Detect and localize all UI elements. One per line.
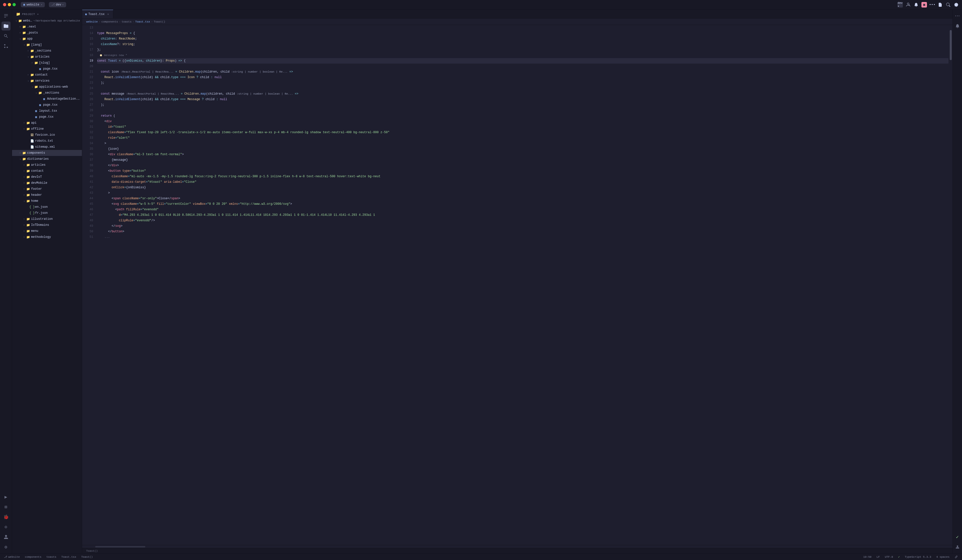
maximize-button[interactable] (13, 3, 16, 6)
breadcrumb-sep2: › (119, 20, 121, 23)
chevron-down-icon3 (22, 43, 26, 46)
activity-settings2-icon[interactable]: ⚙ (2, 542, 11, 552)
sidebar-item-illustration[interactable]: 📁 illustration (12, 216, 82, 222)
sidebar-item-deviot[interactable]: 📁 devIoT (12, 174, 82, 180)
sidebar-label-page-appweb: page.tsx (43, 103, 58, 107)
sidebar-item-home[interactable]: 📁 home (12, 198, 82, 204)
sidebar-item-lang[interactable]: 📁 [lang] (12, 42, 82, 48)
activity-run-icon[interactable]: ▶ (2, 492, 11, 501)
tab-toast-tsx[interactable]: ▣ Toast.tsx ✕ (82, 10, 113, 18)
code-content[interactable]: type MessageProps = { children: ReactNod… (95, 25, 952, 545)
sidebar-item-slug[interactable]: 📁 [slug] (12, 60, 82, 66)
line-num-48: 48 (82, 218, 93, 223)
sidebar-item-components[interactable]: 📁 components (12, 150, 82, 156)
status-indent[interactable]: 4 spaces (935, 555, 951, 559)
code-line-19: const Toast = ({onDismiss, children}: Pr… (97, 58, 949, 64)
sidebar-item-page-tsx-articles[interactable]: ▣ page.tsx (12, 66, 82, 72)
status-language[interactable]: TypeScript 5.3.3 (904, 555, 933, 559)
dev-icon-btn[interactable]: dev ▾ (897, 2, 903, 8)
activity-account-icon[interactable] (2, 533, 11, 541)
activity-remote-icon[interactable]: ⊙ (2, 523, 11, 531)
right-more-icon[interactable]: ••• (953, 11, 962, 21)
sidebar-item-services[interactable]: 📁 services (12, 78, 82, 84)
sidebar-item-page-appweb[interactable]: ▣ page.tsx (12, 102, 82, 108)
close-button[interactable] (3, 3, 6, 6)
titlebar-app[interactable]: ▣ website ▾ (21, 2, 45, 7)
sidebar-item-articles[interactable]: 📁 articles (12, 54, 82, 60)
activity-explorer-icon[interactable] (2, 11, 11, 21)
sidebar-item-page-lang[interactable]: ▣ page.tsx (12, 114, 82, 120)
tab-close-button[interactable]: ✕ (106, 12, 110, 16)
sidebar-item-contact[interactable]: 📁 contact (12, 72, 82, 78)
status-line-ending[interactable]: LF (876, 555, 881, 559)
status-toasts[interactable]: toasts (45, 555, 57, 559)
line-num-49: 49 (82, 223, 93, 229)
status-website[interactable]: ⎇ website (3, 555, 21, 559)
editor-scrollbar[interactable] (949, 25, 952, 545)
sidebar-item-articles-dict[interactable]: 📁 articles (12, 162, 82, 168)
sidebar-item-header[interactable]: 📁 header (12, 192, 82, 198)
status-components[interactable]: components (24, 555, 42, 559)
code-line-24 (97, 85, 949, 91)
sidebar-item-applications-web[interactable]: 📁 applications-web (12, 84, 82, 90)
sidebar-item-robots[interactable]: 📄 robots.txt (12, 138, 82, 144)
horizontal-scrollbar-thumb (95, 546, 145, 547)
sidebar-item-footer[interactable]: 📁 footer (12, 186, 82, 192)
right-check-icon[interactable]: ✓ (953, 533, 962, 541)
right-bell-icon[interactable] (953, 21, 962, 31)
sidebar-item-sections2[interactable]: 📁 _sections (12, 90, 82, 96)
search-icon[interactable] (946, 2, 951, 8)
sidebar-item-iotdomains[interactable]: 📁 IoTDomains (12, 222, 82, 228)
sidebar-item-fr-json[interactable]: { } fr.json (12, 210, 82, 216)
red-square-icon[interactable]: ▣ (922, 2, 927, 8)
sidebar-item-favicon[interactable]: 🖼 favicon.ico (12, 132, 82, 138)
titlebar-branch[interactable]: ⎇ dev ▾ (49, 2, 66, 7)
sidebar-item-posts[interactable]: 📁 _posts (12, 30, 82, 36)
activity-extensions-icon[interactable]: ⊞ (2, 502, 11, 512)
status-validate-icon[interactable]: ✓ (897, 555, 901, 559)
status-encoding[interactable]: UTF-8 (884, 555, 894, 559)
horizontal-scrollbar[interactable] (82, 545, 952, 548)
code-line-39: <button type="button" (97, 168, 949, 174)
status-link-icon[interactable] (954, 555, 959, 559)
sidebar-item-app[interactable]: 📁 app (12, 36, 82, 42)
sidebar-item-contact-dict[interactable]: 📁 contact (12, 168, 82, 174)
activity-git-icon[interactable] (2, 42, 11, 51)
sidebar-item-sitemap[interactable]: 📄 sitemap.xml (12, 144, 82, 150)
extensions-icon[interactable] (938, 2, 943, 8)
status-file[interactable]: Toast.tsx (60, 555, 77, 559)
right-person-icon[interactable] (953, 542, 962, 552)
sidebar-item-methodology[interactable]: 📁 methodology (12, 234, 82, 240)
sidebar-item-devmobile[interactable]: 📁 devMobile (12, 180, 82, 186)
more-icon[interactable]: ••• (930, 2, 935, 8)
status-function[interactable]: Toast() (80, 555, 94, 559)
minimize-button[interactable] (8, 3, 11, 6)
folder-header-icon: 📁 (26, 193, 30, 197)
sidebar-item-next[interactable]: 📁 .next (12, 24, 82, 30)
settings-icon[interactable] (954, 2, 959, 8)
sidebar-item-offline[interactable]: 📁 offline (12, 126, 82, 132)
bell-icon[interactable] (914, 2, 919, 8)
status-line-ending-label: LF (876, 555, 880, 558)
sidebar-label-api: api (31, 121, 37, 125)
sidebar-item-en-json[interactable]: { } en.json (12, 204, 82, 210)
sidebar-item-layout[interactable]: ▣ layout.tsx (12, 108, 82, 114)
sidebar-item-api[interactable]: 📁 api (12, 120, 82, 126)
person-plus-icon[interactable] (906, 2, 911, 8)
sidebar-item-sections1[interactable]: 📁 _sections (12, 48, 82, 54)
chevron-right-icon17 (22, 230, 26, 233)
sidebar-item-website[interactable]: 📁 website ~/Workspace/Web App Art/websit… (12, 18, 82, 24)
activity-files-icon[interactable] (2, 21, 11, 31)
activity-search-icon[interactable] (2, 32, 11, 40)
line-num-38: 38 (82, 163, 93, 168)
status-position[interactable]: 19:50 (862, 555, 873, 559)
sidebar-item-menu[interactable]: 📁 menu (12, 228, 82, 234)
code-line-26: React.isValidElement(child) && child.typ… (97, 97, 949, 102)
sidebar-item-advantage[interactable]: ▣ AdvantageSection.tsx (12, 96, 82, 102)
sidebar-label-advantage: AdvantageSection.tsx (47, 97, 80, 101)
app-name: website (27, 3, 39, 6)
sidebar-item-dictionaries[interactable]: 📁 dictionaries (12, 156, 82, 162)
activity-debug-icon[interactable]: 🐞 (2, 512, 11, 521)
sidebar-label-lang: [lang] (31, 43, 42, 47)
code-line-25: const message :React.ReactPortal | React… (97, 91, 949, 97)
